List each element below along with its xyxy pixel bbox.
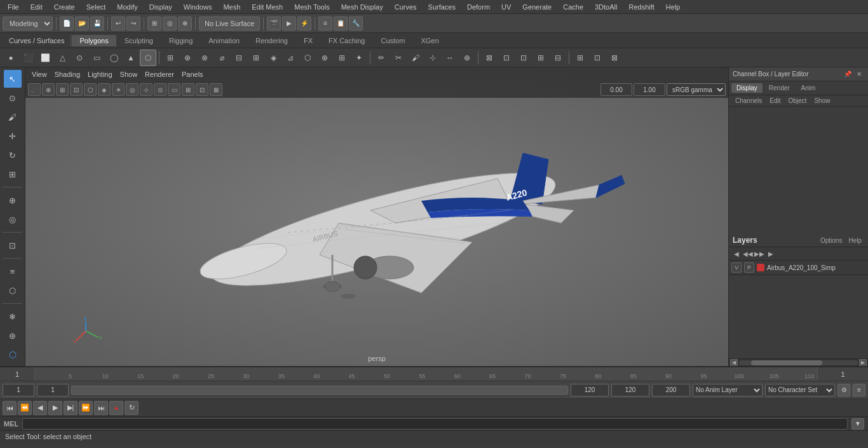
menu-surfaces[interactable]: Surfaces — [423, 2, 461, 12]
tab-animation[interactable]: Animation — [201, 35, 247, 46]
poke-icon-btn[interactable]: ✦ — [351, 50, 367, 66]
layers-options[interactable]: Options — [818, 236, 844, 245]
menu-mesh-display[interactable]: Mesh Display — [336, 2, 388, 12]
menu-modify[interactable]: Modify — [112, 2, 142, 12]
pb-no-character-set-select[interactable]: No Character Set — [765, 384, 835, 397]
vp-isolate-btn[interactable]: ⊙ — [154, 83, 166, 96]
vp-shadows-btn[interactable]: ◎ — [126, 83, 139, 96]
vp-safe-action-btn[interactable]: ⊡ — [196, 83, 208, 96]
pyramid-icon-btn[interactable]: ▲ — [123, 50, 139, 66]
snap-curve-btn[interactable]: ◎ — [163, 17, 177, 31]
transport-next-key-btn[interactable]: ⏩ — [79, 401, 93, 415]
extrude-icon-btn[interactable]: ⊟ — [231, 50, 247, 66]
uv-unfold-icon-btn[interactable]: ⊠ — [481, 50, 498, 66]
tab-rigging[interactable]: Rigging — [161, 35, 200, 46]
transport-step-fwd-btn[interactable]: ▶| — [64, 401, 78, 415]
layers-move-down-btn[interactable]: ▶ — [766, 248, 776, 259]
orient-icon-btn[interactable]: ⊛ — [4, 327, 22, 344]
target-weld-icon-btn[interactable]: ⊕ — [459, 50, 475, 66]
pb-current-frame-input[interactable] — [37, 384, 69, 397]
pencil-icon-btn[interactable]: ✏ — [373, 50, 390, 66]
save-scene-btn[interactable]: 💾 — [90, 17, 104, 31]
pb-more-btn[interactable]: ≡ — [853, 384, 865, 397]
viewport-menu-panels[interactable]: Panels — [179, 71, 206, 78]
combine-icon-btn[interactable]: ⊗ — [196, 50, 213, 66]
attr-editor-btn[interactable]: ≡ — [4, 262, 22, 280]
menu-select[interactable]: Select — [81, 2, 111, 12]
snap-grid-btn[interactable]: ⊞ — [147, 17, 161, 31]
menu-edit-mesh[interactable]: Edit Mesh — [247, 2, 288, 12]
vp-camera-btn[interactable]: 🎥 — [28, 83, 41, 96]
layers-help[interactable]: Help — [846, 236, 864, 245]
panel-pin-btn[interactable]: 📌 — [843, 69, 853, 79]
smooth-icon-btn[interactable]: ⌀ — [214, 50, 230, 66]
snap-point-btn[interactable]: ⊕ — [178, 17, 192, 31]
menu-help[interactable]: Help — [661, 2, 686, 12]
uv-layout-icon-btn[interactable]: ⊡ — [498, 50, 515, 66]
vp-film-gate-btn[interactable]: ⊞ — [182, 83, 194, 96]
new-scene-btn[interactable]: 📄 — [60, 17, 74, 31]
bevel-icon-btn[interactable]: ⬡ — [299, 50, 316, 66]
lasso-select-btn[interactable]: ⊙ — [4, 89, 22, 107]
ipr-render-btn[interactable]: ⚡ — [297, 17, 311, 31]
vp-grid-btn[interactable]: ⊞ — [56, 83, 69, 96]
uv-transform-icon-btn[interactable]: ⊟ — [550, 50, 566, 66]
transport-play-fwd-btn[interactable]: ▶ — [48, 401, 62, 415]
booleans-icon-btn[interactable]: ⊕ — [179, 50, 196, 66]
menu-3dto-all[interactable]: 3DtoAll — [590, 2, 622, 12]
vp-hud-btn[interactable]: ⊠ — [210, 83, 222, 96]
tab-fx-caching[interactable]: FX Caching — [321, 35, 372, 46]
menu-cache[interactable]: Cache — [558, 2, 588, 12]
pb-settings-btn[interactable]: ⚙ — [837, 384, 850, 397]
cylinder-icon-btn[interactable]: ⬜ — [37, 50, 53, 66]
ch-tab-edit[interactable]: Edit — [767, 97, 783, 105]
render-btn[interactable]: ▶ — [282, 17, 296, 31]
layers-add-btn[interactable]: ◀ — [731, 248, 742, 259]
vp-gamma-select[interactable]: sRGB gamma — [667, 83, 726, 96]
panel-close-btn[interactable]: ✕ — [854, 69, 864, 79]
uv-cut-sew-icon-btn[interactable]: ⊞ — [532, 50, 549, 66]
transport-loop-btn[interactable]: ↻ — [125, 401, 139, 415]
vp-wireframe-btn[interactable]: ⊡ — [70, 83, 83, 96]
menu-curves[interactable]: Curves — [390, 2, 422, 12]
paint-select-icon-btn[interactable]: 🖌 — [407, 50, 424, 66]
disk-icon-btn[interactable]: ◯ — [105, 50, 122, 66]
redo-btn[interactable]: ↪ — [126, 17, 140, 31]
layer-playback-btn[interactable]: P — [744, 262, 754, 273]
h-scroll-right-btn[interactable]: ▶ — [859, 359, 867, 367]
tab-rendering[interactable]: Rendering — [248, 35, 295, 46]
vp-value2-input[interactable] — [634, 83, 665, 96]
transport-go-start-btn[interactable]: ⏮ — [3, 401, 17, 415]
h-scroll-track[interactable] — [739, 360, 858, 365]
pipe-icon-btn[interactable]: ⬡ — [140, 50, 156, 66]
tab-xgen[interactable]: XGen — [413, 35, 446, 46]
tab-display[interactable]: Display — [731, 83, 763, 93]
mirror-icon-btn[interactable]: ⊞ — [572, 50, 588, 66]
bridge-icon-btn[interactable]: ⊞ — [248, 50, 264, 66]
input-output-btn[interactable]: ⬡ — [4, 282, 22, 299]
viewport-menu-shading[interactable]: Shading — [52, 71, 83, 78]
layers-move-up-btn[interactable]: ▶▶ — [754, 248, 764, 259]
attribute-editor-btn[interactable]: 🔧 — [349, 17, 363, 31]
uv-snap-icon-btn[interactable]: ⊡ — [515, 50, 532, 66]
tab-anim[interactable]: Anim — [796, 83, 821, 93]
layer-color-swatch[interactable] — [757, 264, 764, 271]
viewport-menu-show[interactable]: Show — [118, 71, 140, 78]
torus-icon-btn[interactable]: ⊙ — [71, 50, 88, 66]
vp-lighting-btn[interactable]: ☀ — [112, 83, 125, 96]
h-scroll-left-btn[interactable]: ◀ — [730, 359, 738, 367]
viewport-menu-renderer[interactable]: Renderer — [142, 71, 177, 78]
viewport[interactable]: View Shading Lighting Show Renderer Pane… — [25, 67, 728, 366]
layers-remove-btn[interactable]: ◀◀ — [743, 248, 753, 259]
vp-value1-input[interactable] — [600, 83, 632, 96]
menu-mesh[interactable]: Mesh — [218, 2, 245, 12]
connect-icon-btn[interactable]: ↔ — [442, 50, 458, 66]
menu-create[interactable]: Create — [49, 2, 80, 12]
time-slider-track[interactable]: 5 10 15 20 25 30 35 40 45 50 55 60 65 70… — [35, 367, 817, 381]
show-manip-tool-btn[interactable]: ⊡ — [4, 236, 22, 254]
open-scene-btn[interactable]: 📂 — [75, 17, 89, 31]
cube-icon-btn[interactable]: ⬛ — [20, 50, 36, 66]
subdiv-icon-btn[interactable]: ⊞ — [162, 50, 179, 66]
display-layer-editor-btn[interactable]: ≡ — [318, 17, 332, 31]
menu-file[interactable]: File — [3, 2, 24, 12]
